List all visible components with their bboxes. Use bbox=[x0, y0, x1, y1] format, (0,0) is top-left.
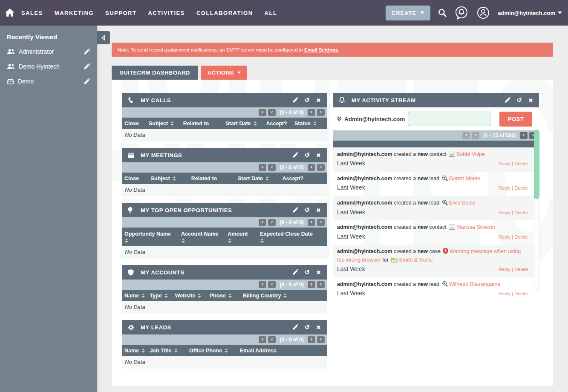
reply-link[interactable]: Reply bbox=[499, 161, 510, 166]
user-menu[interactable]: admin@hyintech.com bbox=[498, 10, 562, 16]
sort-arrows-icon[interactable] bbox=[313, 121, 317, 126]
refresh-dashlet-icon[interactable]: ↺ bbox=[305, 96, 310, 104]
close-dashlet-icon[interactable]: ✖ bbox=[316, 97, 321, 104]
sort-arrows-icon[interactable] bbox=[173, 176, 176, 181]
pagination-next-button[interactable]: › bbox=[308, 281, 315, 288]
entry-record-link[interactable]: Wilfredo Blassingame bbox=[449, 281, 501, 287]
post-input[interactable] bbox=[408, 112, 491, 126]
sort-arrows-icon[interactable] bbox=[198, 294, 201, 298]
sort-arrows-icon[interactable] bbox=[164, 294, 168, 298]
sort-arrows-icon[interactable] bbox=[182, 239, 185, 243]
edit-dashlet-icon[interactable] bbox=[292, 207, 298, 213]
delete-link[interactable]: Delete bbox=[514, 210, 528, 215]
pagination-last-button[interactable]: › bbox=[317, 109, 325, 116]
pagination-first-button[interactable]: ‹ bbox=[259, 281, 266, 288]
sort-arrows-icon[interactable] bbox=[174, 349, 178, 353]
column-header-accept-[interactable]: Accept? bbox=[283, 176, 313, 182]
refresh-dashlet-icon[interactable]: ↺ bbox=[305, 268, 310, 276]
sort-arrows-icon[interactable] bbox=[228, 294, 232, 298]
sort-arrows-icon[interactable] bbox=[225, 349, 228, 353]
pagination-prev-button[interactable]: ‹ bbox=[268, 281, 276, 288]
column-header-subject[interactable]: Subject bbox=[151, 176, 191, 182]
close-dashlet-icon[interactable]: ✖ bbox=[316, 324, 321, 331]
sort-arrows-icon[interactable] bbox=[141, 349, 145, 353]
activity-scrollbar-thumb[interactable] bbox=[534, 130, 539, 199]
column-header-close[interactable]: Close bbox=[124, 121, 149, 127]
column-header-account-name[interactable]: Account Name bbox=[181, 231, 228, 243]
close-dashlet-icon[interactable]: ✖ bbox=[316, 152, 321, 159]
pagination-first-button[interactable]: ‹ bbox=[259, 109, 266, 116]
pagination-next-button[interactable]: › bbox=[308, 109, 315, 116]
refresh-dashlet-icon[interactable]: ↺ bbox=[305, 151, 310, 159]
reply-link[interactable]: Reply bbox=[499, 185, 510, 190]
delete-link[interactable]: Delete bbox=[514, 161, 528, 166]
pagination-next-button[interactable]: › bbox=[308, 164, 315, 171]
notifications-icon[interactable] bbox=[454, 6, 469, 20]
edit-pencil-icon[interactable] bbox=[84, 78, 90, 85]
pagination-last-button[interactable]: › bbox=[317, 336, 325, 343]
sort-arrows-icon[interactable] bbox=[254, 121, 257, 126]
nav-item-sales[interactable]: SALES bbox=[21, 10, 43, 16]
sort-arrows-icon[interactable] bbox=[283, 294, 287, 298]
pagination-first-button[interactable]: ‹ bbox=[259, 336, 266, 343]
user-icon[interactable] bbox=[476, 6, 490, 20]
home-icon[interactable] bbox=[5, 9, 14, 17]
column-header-expected-close-date[interactable]: Expected Close Date bbox=[260, 231, 317, 243]
column-header-status[interactable]: Status bbox=[294, 121, 321, 127]
delete-link[interactable]: Delete bbox=[514, 185, 528, 190]
create-button[interactable]: CREATE bbox=[386, 6, 430, 20]
edit-pencil-icon[interactable] bbox=[84, 49, 90, 55]
pagination-prev-button[interactable]: ‹ bbox=[268, 164, 276, 171]
column-header-name[interactable]: Name bbox=[124, 348, 150, 354]
tab-suitecrm-dashboard[interactable]: SUITECRM DASHBOARD bbox=[112, 66, 198, 80]
pagination-prev-button[interactable]: ‹ bbox=[268, 219, 276, 226]
close-dashlet-icon[interactable]: ✖ bbox=[316, 269, 321, 276]
email-settings-link[interactable]: Email Settings bbox=[304, 47, 338, 52]
delete-link[interactable]: Delete bbox=[514, 234, 528, 239]
column-header-amount[interactable]: Amount bbox=[228, 231, 260, 243]
post-button[interactable]: POST bbox=[499, 112, 532, 127]
edit-dashlet-icon[interactable] bbox=[292, 269, 298, 275]
sort-arrows-icon[interactable] bbox=[141, 294, 145, 298]
reply-link[interactable]: Reply bbox=[499, 210, 510, 215]
delete-link[interactable]: Delete bbox=[514, 267, 528, 272]
column-header-name[interactable]: Name bbox=[124, 293, 150, 299]
column-header-subject[interactable]: Subject bbox=[149, 121, 183, 127]
pagination-first-button[interactable]: ‹ bbox=[259, 164, 266, 171]
pagination-prev-button[interactable]: ‹ bbox=[268, 109, 276, 116]
reply-link[interactable]: Reply bbox=[499, 291, 510, 296]
reply-link[interactable]: Reply bbox=[499, 234, 510, 239]
column-header-billing-country[interactable]: Billing Country bbox=[243, 293, 289, 299]
column-header-related-to[interactable]: Related to bbox=[183, 121, 226, 127]
nav-item-support[interactable]: SUPPORT bbox=[105, 10, 136, 16]
nav-item-all[interactable]: ALL bbox=[265, 10, 277, 16]
column-header-job-title[interactable]: Job Title bbox=[150, 348, 189, 354]
column-header-phone[interactable]: Phone bbox=[210, 293, 243, 299]
column-header-email-address[interactable]: Email Address bbox=[240, 348, 288, 354]
entry-record-link[interactable]: Bobbi Volpe bbox=[456, 151, 485, 157]
double-chevron-down-icon[interactable] bbox=[337, 116, 342, 122]
column-header-accept-[interactable]: Accept? bbox=[266, 121, 295, 127]
edit-dashlet-icon[interactable] bbox=[292, 97, 298, 103]
collapse-sidebar-button[interactable] bbox=[97, 31, 110, 44]
pagination-next-button[interactable]: › bbox=[308, 219, 315, 226]
column-header-related-to[interactable]: Related to bbox=[191, 176, 238, 182]
sidebar-item-demo-hyintech[interactable]: Demo Hyintech bbox=[7, 63, 90, 70]
pagination-prev-button[interactable]: ‹ bbox=[268, 336, 276, 343]
close-dashlet-icon[interactable]: ✖ bbox=[528, 97, 533, 104]
edit-dashlet-icon[interactable] bbox=[505, 97, 510, 103]
sort-arrows-icon[interactable] bbox=[170, 121, 174, 126]
sort-arrows-icon[interactable] bbox=[228, 239, 231, 243]
column-header-close[interactable]: Close bbox=[124, 176, 151, 182]
pagination-last-button[interactable]: › bbox=[317, 164, 325, 171]
column-header-start-date[interactable]: Start Date bbox=[226, 121, 266, 127]
refresh-dashlet-icon[interactable]: ↺ bbox=[517, 96, 522, 104]
column-header-start-date[interactable]: Start Date bbox=[238, 176, 283, 182]
sidebar-item-administrator[interactable]: Administrator bbox=[7, 48, 90, 55]
pagination-prev-button[interactable]: ‹ bbox=[472, 132, 479, 139]
sidebar-item-demo[interactable]: Demo bbox=[7, 78, 90, 85]
column-header-office-phone[interactable]: Office Phone bbox=[189, 348, 240, 354]
pagination-last-button[interactable]: › bbox=[317, 219, 325, 226]
activity-scrollbar-track[interactable] bbox=[534, 130, 539, 290]
actions-button[interactable]: ACTIONS bbox=[201, 66, 247, 80]
